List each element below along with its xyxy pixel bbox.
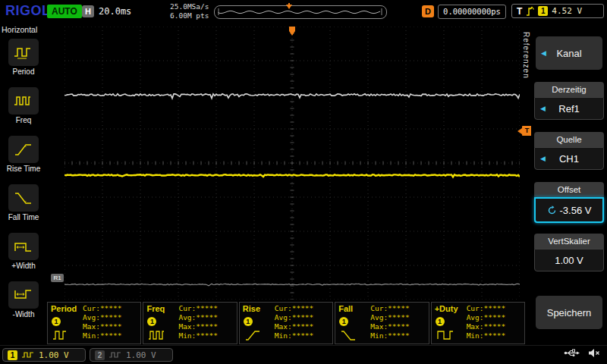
sidebar-item-neg-width[interactable]: -Width: [0, 281, 47, 318]
chevron-left-icon: ◀: [540, 105, 546, 112]
quelle-value-button[interactable]: ◀ CH1: [534, 147, 604, 170]
measurement-panel-fall: Fall 1 Cur:***** Avg:***** Max:***** Min…: [335, 302, 429, 344]
section-header: Offset: [534, 182, 604, 197]
channel-1-status[interactable]: 1 1.00 V: [2, 348, 86, 362]
run-state-badge[interactable]: AUTO: [47, 5, 82, 18]
channel-badge: 1: [436, 317, 445, 326]
stat-value: *****: [292, 304, 314, 313]
neg-width-icon: [8, 281, 39, 309]
speichern-button[interactable]: Speichern: [536, 296, 602, 329]
sidebar-item-label: Fall Time: [8, 213, 39, 221]
stat-value: *****: [292, 313, 314, 322]
menu-section-derzeitig: Derzeitig ◀ Ref1: [534, 82, 604, 120]
stat-value: *****: [484, 322, 506, 331]
memory-depth: 6.00M pts: [170, 11, 209, 20]
oscilloscope-screen: RIGOL AUTO H 20.0ms 25.0MSa/s 6.00M pts …: [0, 0, 607, 364]
delay-chip: D: [422, 5, 434, 17]
acquisition-info: 25.0MSa/s 6.00M pts: [170, 2, 209, 20]
channel-1-badge: 1: [8, 350, 17, 360]
statusbar-icons: [564, 348, 601, 358]
freq-icon: [8, 87, 39, 115]
pos-duty-icon: [436, 328, 454, 342]
period-icon: [8, 39, 39, 66]
sidebar-item-freq[interactable]: Freq: [0, 87, 47, 124]
menu-section-quelle: Quelle ◀ CH1: [534, 132, 604, 170]
trigger-slope-icon: [526, 6, 534, 17]
channel-badge: 1: [244, 317, 253, 326]
derzeitig-value-button[interactable]: ◀ Ref1: [534, 97, 604, 120]
sidebar-item-label: +Width: [11, 262, 35, 270]
stat-label: Min:: [83, 331, 100, 340]
trigger-info[interactable]: T 1 4.52 V: [511, 4, 604, 18]
vertskalier-value-button[interactable]: 1.00 V: [534, 249, 604, 271]
speaker-muted-icon: [588, 348, 601, 358]
chevron-left-icon: ◀: [540, 155, 546, 162]
softkey-menu: ◀ Kanal Derzeitig ◀ Ref1 Quelle ◀ CH1 Of…: [531, 23, 607, 364]
channel-1-scale: 1.00 V: [39, 350, 69, 360]
measurement-name: Rise: [243, 304, 260, 313]
trigger-position-marker: [286, 5, 292, 9]
stat-label: Avg:: [275, 313, 292, 322]
stat-value: *****: [100, 331, 122, 340]
delay-value: 0.00000000ps: [438, 5, 506, 19]
fall-time-icon: [8, 184, 39, 212]
kanal-button[interactable]: ◀ Kanal: [536, 36, 602, 70]
stat-label: Min:: [275, 331, 292, 340]
vertskalier-value: 1.00 V: [555, 255, 583, 266]
pos-width-icon: [8, 233, 39, 260]
stat-value: *****: [388, 331, 410, 340]
section-header: Quelle: [534, 132, 604, 147]
measure-sidebar: Horizontal Period Freq Rise Time Fall Ti…: [0, 23, 47, 364]
section-header: VertSkalier: [534, 234, 604, 249]
channel-badge: 1: [52, 317, 61, 326]
measurement-stats: Cur:***** Avg:***** Max:***** Min:*****: [178, 304, 218, 340]
sidebar-item-rise-time[interactable]: Rise Time: [0, 136, 47, 173]
measurement-panel-period: Period 1 Cur:***** Avg:***** Max:***** M…: [47, 302, 141, 344]
stat-label: Avg:: [467, 313, 484, 322]
sidebar-item-label: Rise Time: [7, 165, 40, 173]
measurement-panel-freq: Freq 1 Cur:***** Avg:***** Max:***** Min…: [143, 302, 237, 344]
measurement-strip: Period 1 Cur:***** Avg:***** Max:***** M…: [47, 302, 525, 344]
sidebar-item-period[interactable]: Period: [0, 39, 47, 76]
quelle-value: CH1: [559, 153, 579, 165]
stat-value: *****: [292, 322, 314, 331]
menu-tab-referenzen[interactable]: Referenzen: [522, 32, 530, 79]
usb-icon: [564, 349, 580, 357]
coupling-icon: [21, 351, 35, 359]
stat-label: Cur:: [467, 304, 484, 313]
rise-time-icon: [8, 136, 39, 163]
statusbar: 1 1.00 V 2 1.00 V: [0, 345, 607, 364]
measurement-stats: Cur:***** Avg:***** Max:***** Min:*****: [370, 304, 410, 340]
stat-label: Cur:: [83, 304, 100, 313]
measurement-stats: Cur:***** Avg:***** Max:***** Min:*****: [467, 304, 506, 340]
channel-2-scale: 1.00 V: [126, 350, 156, 360]
derzeitig-value: Ref1: [558, 103, 579, 115]
rise-icon: [244, 328, 263, 342]
coupling-icon: [109, 351, 122, 359]
graticule: [64, 27, 520, 300]
stat-label: Max:: [467, 322, 484, 331]
stat-value: *****: [196, 322, 218, 331]
measurement-panel-rise: Rise 1 Cur:***** Avg:***** Max:***** Min…: [239, 302, 333, 344]
stat-label: Max:: [275, 322, 292, 331]
stat-value: *****: [100, 322, 122, 331]
sidebar-item-pos-width[interactable]: +Width: [0, 233, 47, 270]
section-header: Derzeitig: [534, 82, 604, 97]
channel-2-badge: 2: [95, 350, 105, 360]
sidebar-item-fall-time[interactable]: Fall Time: [0, 184, 47, 221]
rotate-knob-icon: [547, 206, 557, 215]
waveform-traces: [64, 27, 520, 300]
offset-value-button[interactable]: -3.56 V: [534, 197, 604, 223]
channel-badge: 1: [339, 317, 348, 326]
stat-label: Cur:: [275, 304, 292, 313]
sample-rate: 25.0MSa/s: [170, 2, 209, 11]
stat-value: *****: [484, 304, 506, 313]
stat-value: *****: [484, 331, 506, 340]
stat-value: *****: [196, 313, 218, 322]
measurement-name: Freq: [146, 304, 165, 313]
channel-2-status[interactable]: 2 1.00 V: [90, 348, 173, 362]
stat-label: Avg:: [83, 313, 100, 322]
stat-value: *****: [196, 331, 218, 340]
stat-value: *****: [388, 304, 410, 313]
trigger-source-badge: 1: [538, 6, 548, 16]
